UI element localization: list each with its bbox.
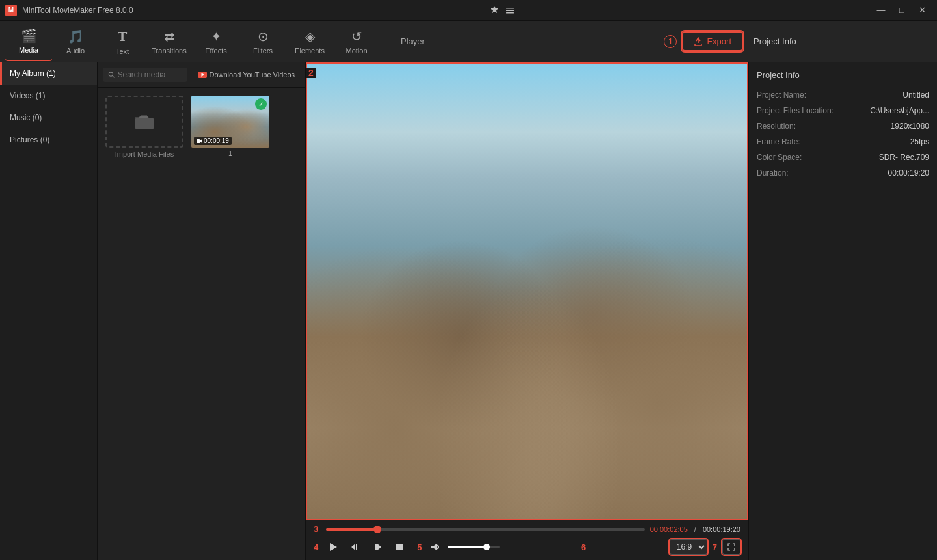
num-label-3: 3 [314,524,318,534]
import-media-button[interactable] [105,96,183,148]
info-row-framerate: Frame Rate: 25fps [757,137,929,146]
project-info-panel: Project Info Project Name: Untitled Proj… [748,62,937,560]
info-row-duration: Duration: 00:00:19:20 [757,168,929,178]
info-row-colorspace: Color Space: SDR- Rec.709 [757,153,929,162]
stop-button[interactable] [390,538,409,556]
current-time: 00:00:02:05 [650,526,688,533]
num-label-6: 6 [581,542,586,552]
thumb-duration: 00:00:19 [194,137,232,145]
info-value-duration: 00:00:19:20 [888,168,929,178]
progress-fill [326,528,377,531]
info-label-duration: Duration: [757,168,789,178]
minimize-button[interactable]: — [872,4,890,17]
skip-back-icon [351,542,360,552]
title-bar-left: M MiniTool MovieMaker Free 8.0.0 [5,5,133,16]
progress-handle[interactable] [373,526,381,533]
download-youtube-button[interactable]: Download YouTube Videos [193,68,301,81]
search-icon [108,71,115,79]
toolbar-item-audio[interactable]: 🎵 Audio [52,22,99,61]
skip-forward-button[interactable] [368,538,387,556]
close-button[interactable]: ✕ [914,4,932,17]
svg-rect-15 [396,544,403,550]
pin-icon [489,5,500,16]
youtube-icon [198,72,207,78]
import-label: Import Media Files [105,150,183,158]
media-panel: Download YouTube Videos Import Media Fil… [98,62,306,560]
svg-marker-13 [377,544,381,550]
toolbar-effects-label: Effects [205,47,226,55]
player-num-label-2: 2 [306,68,316,78]
progress-row: 3 00:00:02:05 / 00:00:19:20 [314,524,740,534]
volume-icon [431,542,440,552]
num-label-7: 7 [713,542,717,552]
info-row-name: Project Name: Untitled [757,90,929,100]
volume-button[interactable] [426,538,445,556]
svg-rect-0 [506,8,514,9]
aspect-ratio-select[interactable]: 16:9 4:3 1:1 9:16 [670,539,707,555]
export-num: 1 [664,35,677,48]
search-input[interactable] [117,70,182,79]
menu-icon [505,5,515,16]
time-separator: / [694,526,696,533]
svg-rect-7 [135,118,154,129]
fullscreen-icon [727,543,735,551]
sidebar-item-my-album[interactable]: My Album (1) [0,62,97,85]
info-row-location: Project Files Location: C:\Users\bjApp..… [757,106,929,115]
svg-rect-8 [197,139,200,143]
toolbar-item-motion[interactable]: ↺ Motion [333,22,380,61]
video-frame [307,64,747,519]
player-label: Player [401,36,425,46]
toolbar-item-text[interactable]: T Text [99,22,146,61]
filters-icon: ⊙ [258,29,269,44]
export-button[interactable]: Export [682,31,743,51]
toolbar-media-label: Media [19,46,38,54]
app-title: MiniTool MovieMaker Free 8.0.0 [22,6,133,15]
motion-icon: ↺ [351,29,362,44]
info-row-resolution: Resolution: 1920x1080 [757,122,929,131]
toolbar-item-effects[interactable]: ✦ Effects [193,22,239,61]
search-input-wrap[interactable] [103,68,187,82]
toolbar-item-media[interactable]: 🎬 Media [5,22,52,61]
main-toolbar: 🎬 Media 🎵 Audio T Text ⇄ Transitions ✦ E… [0,21,937,62]
volume-bar[interactable] [448,546,500,548]
sidebar-item-music[interactable]: Music (0) [0,107,97,129]
controls-row: 4 5 [314,538,740,556]
video-thumb-icon [197,139,202,144]
toolbar-item-filters[interactable]: ⊙ Filters [239,22,286,61]
skip-forward-icon [373,542,382,552]
media-toolbar: Download YouTube Videos [98,62,305,88]
elements-icon: ◈ [305,29,315,44]
svg-point-3 [109,72,113,76]
toolbar-item-transitions[interactable]: ⇄ Transitions [146,22,193,61]
media-grid: Import Media Files 00:00:19 ✓ 1 [98,88,305,560]
info-value-location: C:\Users\bjApp... [870,106,929,115]
info-label-resolution: Resolution: [757,122,796,131]
media-grid-col: Import Media Files [105,96,183,552]
play-button[interactable] [323,538,343,556]
media-item-1: 00:00:19 ✓ 1 [191,96,269,552]
skip-back-button[interactable] [346,538,365,556]
left-panel: My Album (1) Videos (1) Music (0) Pictur… [0,62,98,560]
text-icon: T [118,28,128,45]
num-label-4: 4 [314,542,318,552]
thumb-check: ✓ [255,98,267,110]
info-label-colorspace: Color Space: [757,153,802,162]
media-thumb-1[interactable]: 00:00:19 ✓ [191,96,269,148]
toolbar-motion-label: Motion [346,47,367,55]
transitions-icon: ⇄ [164,29,175,44]
export-area: 1 Export [664,31,743,51]
maximize-button[interactable]: □ [893,4,911,17]
thumb-num: 1 [191,150,269,157]
fullscreen-button[interactable] [722,539,740,555]
player-area: 2 3 00:00:02:05 / 00:00:19:20 4 [306,62,748,560]
project-info-title: Project Info [757,70,929,80]
sidebar-item-videos[interactable]: Videos (1) [0,85,97,107]
svg-marker-9 [200,139,202,142]
toolbar-item-elements[interactable]: ◈ Elements [286,22,333,61]
play-icon [329,542,338,552]
volume-handle[interactable] [483,544,490,550]
svg-rect-12 [356,544,357,550]
sidebar-item-pictures[interactable]: Pictures (0) [0,129,97,151]
playback-controls: 3 00:00:02:05 / 00:00:19:20 4 [306,520,748,560]
progress-bar[interactable] [326,528,644,531]
